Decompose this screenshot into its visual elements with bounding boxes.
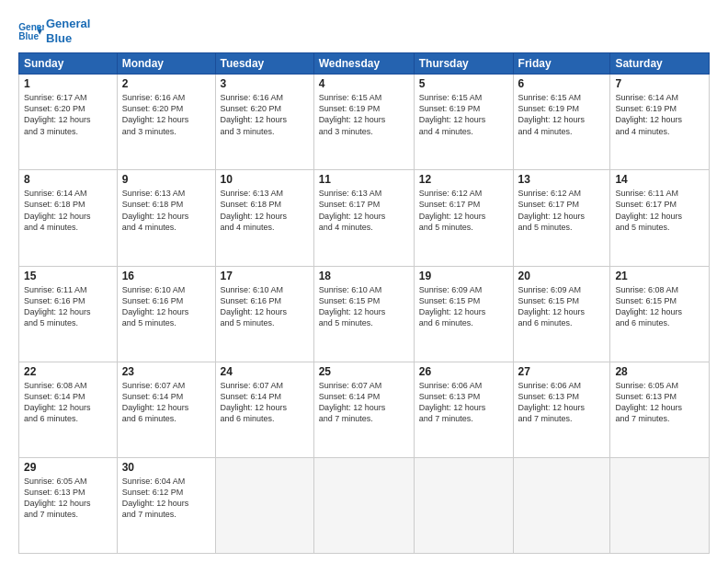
- calendar-cell: 28Sunrise: 6:05 AM Sunset: 6:13 PM Dayli…: [610, 362, 710, 457]
- calendar-cell: [513, 457, 610, 553]
- day-number: 17: [221, 270, 309, 282]
- day-detail: Sunrise: 6:05 AM Sunset: 6:13 PM Dayligh…: [24, 476, 112, 521]
- day-detail: Sunrise: 6:11 AM Sunset: 6:17 PM Dayligh…: [615, 188, 704, 233]
- calendar-cell: 27Sunrise: 6:06 AM Sunset: 6:13 PM Dayli…: [513, 362, 610, 457]
- header-row: SundayMondayTuesdayWednesdayThursdayFrid…: [19, 53, 710, 75]
- calendar-cell: 14Sunrise: 6:11 AM Sunset: 6:17 PM Dayli…: [610, 170, 710, 266]
- week-row-5: 29Sunrise: 6:05 AM Sunset: 6:13 PM Dayli…: [19, 457, 710, 553]
- calendar-cell: 1Sunrise: 6:17 AM Sunset: 6:20 PM Daylig…: [19, 75, 118, 170]
- day-number: 24: [221, 365, 309, 378]
- calendar-cell: 5Sunrise: 6:15 AM Sunset: 6:19 PM Daylig…: [414, 75, 513, 170]
- day-detail: Sunrise: 6:08 AM Sunset: 6:15 PM Dayligh…: [615, 284, 704, 329]
- calendar-cell: 29Sunrise: 6:05 AM Sunset: 6:13 PM Dayli…: [19, 457, 118, 553]
- day-number: 19: [419, 270, 508, 282]
- day-detail: Sunrise: 6:14 AM Sunset: 6:18 PM Dayligh…: [24, 188, 112, 233]
- calendar-cell: 25Sunrise: 6:07 AM Sunset: 6:14 PM Dayli…: [313, 362, 414, 457]
- calendar-cell: 20Sunrise: 6:09 AM Sunset: 6:15 PM Dayli…: [513, 266, 610, 362]
- day-detail: Sunrise: 6:07 AM Sunset: 6:14 PM Dayligh…: [319, 380, 409, 425]
- week-row-4: 22Sunrise: 6:08 AM Sunset: 6:14 PM Dayli…: [19, 362, 710, 457]
- calendar-cell: 24Sunrise: 6:07 AM Sunset: 6:14 PM Dayli…: [215, 362, 313, 457]
- calendar-cell: 11Sunrise: 6:13 AM Sunset: 6:17 PM Dayli…: [313, 170, 414, 266]
- day-detail: Sunrise: 6:09 AM Sunset: 6:15 PM Dayligh…: [518, 284, 606, 329]
- day-number: 15: [24, 270, 112, 282]
- calendar-cell: 19Sunrise: 6:09 AM Sunset: 6:15 PM Dayli…: [414, 266, 513, 362]
- day-detail: Sunrise: 6:07 AM Sunset: 6:14 PM Dayligh…: [122, 380, 210, 425]
- day-detail: Sunrise: 6:06 AM Sunset: 6:13 PM Dayligh…: [419, 380, 508, 425]
- calendar-cell: [215, 457, 313, 553]
- day-detail: Sunrise: 6:15 AM Sunset: 6:19 PM Dayligh…: [518, 92, 606, 137]
- week-row-2: 8Sunrise: 6:14 AM Sunset: 6:18 PM Daylig…: [19, 170, 710, 266]
- day-detail: Sunrise: 6:12 AM Sunset: 6:17 PM Dayligh…: [518, 188, 606, 233]
- day-number: 3: [221, 77, 309, 90]
- day-number: 21: [615, 270, 704, 282]
- header-day-tuesday: Tuesday: [215, 53, 313, 75]
- header: General Blue General Blue: [18, 17, 710, 45]
- calendar-cell: 13Sunrise: 6:12 AM Sunset: 6:17 PM Dayli…: [513, 170, 610, 266]
- calendar-cell: 9Sunrise: 6:13 AM Sunset: 6:18 PM Daylig…: [117, 170, 215, 266]
- day-detail: Sunrise: 6:06 AM Sunset: 6:13 PM Dayligh…: [518, 380, 606, 425]
- day-number: 9: [122, 173, 210, 186]
- day-number: 8: [24, 173, 112, 186]
- calendar-cell: [313, 457, 414, 553]
- header-day-friday: Friday: [513, 53, 610, 75]
- day-detail: Sunrise: 6:10 AM Sunset: 6:15 PM Dayligh…: [319, 284, 409, 329]
- day-detail: Sunrise: 6:13 AM Sunset: 6:18 PM Dayligh…: [221, 188, 309, 233]
- day-detail: Sunrise: 6:14 AM Sunset: 6:19 PM Dayligh…: [615, 92, 704, 137]
- calendar-cell: 22Sunrise: 6:08 AM Sunset: 6:14 PM Dayli…: [19, 362, 118, 457]
- day-number: 6: [518, 77, 606, 90]
- calendar-cell: 7Sunrise: 6:14 AM Sunset: 6:19 PM Daylig…: [610, 75, 710, 170]
- day-detail: Sunrise: 6:09 AM Sunset: 6:15 PM Dayligh…: [419, 284, 508, 329]
- day-number: 11: [319, 173, 409, 186]
- calendar-cell: 21Sunrise: 6:08 AM Sunset: 6:15 PM Dayli…: [610, 266, 710, 362]
- calendar-cell: [414, 457, 513, 553]
- calendar-body: 1Sunrise: 6:17 AM Sunset: 6:20 PM Daylig…: [19, 75, 710, 554]
- calendar-cell: 16Sunrise: 6:10 AM Sunset: 6:16 PM Dayli…: [117, 266, 215, 362]
- page: General Blue General Blue SundayMondayTu…: [0, 0, 728, 563]
- svg-text:Blue: Blue: [18, 31, 39, 41]
- calendar-cell: 12Sunrise: 6:12 AM Sunset: 6:17 PM Dayli…: [414, 170, 513, 266]
- calendar-cell: 17Sunrise: 6:10 AM Sunset: 6:16 PM Dayli…: [215, 266, 313, 362]
- calendar-cell: 23Sunrise: 6:07 AM Sunset: 6:14 PM Dayli…: [117, 362, 215, 457]
- calendar-cell: 30Sunrise: 6:04 AM Sunset: 6:12 PM Dayli…: [117, 457, 215, 553]
- week-row-1: 1Sunrise: 6:17 AM Sunset: 6:20 PM Daylig…: [19, 75, 710, 170]
- day-number: 1: [24, 77, 112, 90]
- day-detail: Sunrise: 6:08 AM Sunset: 6:14 PM Dayligh…: [24, 380, 112, 425]
- calendar-header: SundayMondayTuesdayWednesdayThursdayFrid…: [19, 53, 710, 75]
- day-number: 12: [419, 173, 508, 186]
- logo-icon: General Blue: [18, 21, 44, 41]
- day-number: 25: [319, 365, 409, 378]
- day-number: 27: [518, 365, 606, 378]
- day-detail: Sunrise: 6:16 AM Sunset: 6:20 PM Dayligh…: [122, 92, 210, 137]
- day-detail: Sunrise: 6:11 AM Sunset: 6:16 PM Dayligh…: [24, 284, 112, 329]
- header-day-saturday: Saturday: [610, 53, 710, 75]
- calendar-cell: 2Sunrise: 6:16 AM Sunset: 6:20 PM Daylig…: [117, 75, 215, 170]
- day-number: 2: [122, 77, 210, 90]
- day-detail: Sunrise: 6:17 AM Sunset: 6:20 PM Dayligh…: [24, 92, 112, 137]
- header-day-wednesday: Wednesday: [313, 53, 414, 75]
- day-number: 4: [319, 77, 409, 90]
- day-number: 22: [24, 365, 112, 378]
- week-row-3: 15Sunrise: 6:11 AM Sunset: 6:16 PM Dayli…: [19, 266, 710, 362]
- day-detail: Sunrise: 6:10 AM Sunset: 6:16 PM Dayligh…: [122, 284, 210, 329]
- header-day-thursday: Thursday: [414, 53, 513, 75]
- day-detail: Sunrise: 6:16 AM Sunset: 6:20 PM Dayligh…: [221, 92, 309, 137]
- day-number: 7: [615, 77, 704, 90]
- calendar-cell: 8Sunrise: 6:14 AM Sunset: 6:18 PM Daylig…: [19, 170, 118, 266]
- calendar-cell: [610, 457, 710, 553]
- day-number: 23: [122, 365, 210, 378]
- day-number: 5: [419, 77, 508, 90]
- day-number: 28: [615, 365, 704, 378]
- day-number: 20: [518, 270, 606, 282]
- day-detail: Sunrise: 6:05 AM Sunset: 6:13 PM Dayligh…: [615, 380, 704, 425]
- day-detail: Sunrise: 6:15 AM Sunset: 6:19 PM Dayligh…: [419, 92, 508, 137]
- day-detail: Sunrise: 6:13 AM Sunset: 6:17 PM Dayligh…: [319, 188, 409, 233]
- calendar-cell: 15Sunrise: 6:11 AM Sunset: 6:16 PM Dayli…: [19, 266, 118, 362]
- header-day-sunday: Sunday: [19, 53, 118, 75]
- day-number: 26: [419, 365, 508, 378]
- logo: General Blue General Blue: [18, 17, 90, 45]
- day-detail: Sunrise: 6:15 AM Sunset: 6:19 PM Dayligh…: [319, 92, 409, 137]
- day-detail: Sunrise: 6:04 AM Sunset: 6:12 PM Dayligh…: [122, 476, 210, 521]
- day-number: 10: [221, 173, 309, 186]
- calendar-table: SundayMondayTuesdayWednesdayThursdayFrid…: [18, 52, 710, 554]
- calendar-cell: 6Sunrise: 6:15 AM Sunset: 6:19 PM Daylig…: [513, 75, 610, 170]
